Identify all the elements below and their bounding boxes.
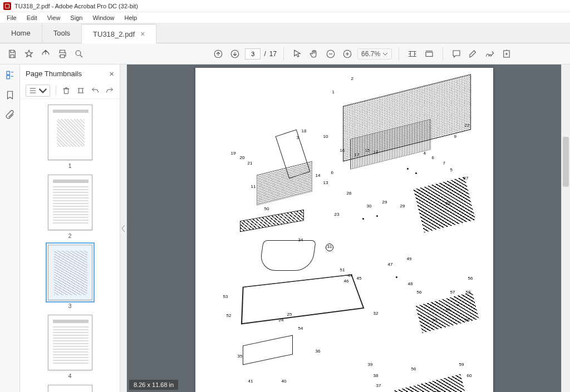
page-up-button[interactable] xyxy=(212,47,225,61)
highlight-button[interactable] xyxy=(466,47,480,61)
thumbnails-list[interactable]: 1 2 3 4 xyxy=(20,99,120,392)
star-button[interactable] xyxy=(22,47,36,61)
app-icon xyxy=(3,2,11,10)
thumbnails-panel-icon[interactable] xyxy=(5,70,15,80)
tab-home[interactable]: Home xyxy=(0,23,42,43)
svg-rect-7 xyxy=(7,71,9,75)
thumbnails-title: Page Thumbnails xyxy=(26,70,82,78)
thumbnail-label: 2 xyxy=(68,232,71,239)
thumbnail-2[interactable]: 2 xyxy=(48,175,92,239)
fit-page-button[interactable] xyxy=(422,47,436,61)
menu-window[interactable]: Window xyxy=(88,13,119,22)
zoom-in-button[interactable] xyxy=(341,47,354,61)
thumbnails-header: Page Thumbnails × xyxy=(20,64,120,82)
menu-help[interactable]: Help xyxy=(120,13,142,22)
tab-document[interactable]: TU318_2.pdf × xyxy=(82,24,156,43)
save-button[interactable] xyxy=(6,47,19,61)
svg-rect-5 xyxy=(426,52,433,57)
rotate-pages-icon[interactable] xyxy=(76,86,85,95)
tab-home-label: Home xyxy=(11,29,31,37)
page-number-input[interactable] xyxy=(245,48,261,59)
toolbar: / 17 66.7% xyxy=(0,43,570,64)
chevron-down-icon xyxy=(382,51,388,57)
zoom-level-dropdown[interactable]: 66.7% xyxy=(357,48,392,59)
attachments-panel-icon[interactable] xyxy=(5,110,15,120)
title-bar: TU318_2.pdf - Adobe Acrobat Pro DC (32-b… xyxy=(0,0,570,12)
tab-tools[interactable]: Tools xyxy=(42,23,82,43)
menu-view[interactable]: View xyxy=(43,13,65,22)
thumbnail-4[interactable]: 4 xyxy=(48,315,92,379)
thumb-options-button[interactable] xyxy=(26,85,50,97)
menu-sign[interactable]: Sign xyxy=(66,13,87,22)
search-button[interactable] xyxy=(72,47,86,61)
menu-bar: File Edit View Sign Window Help xyxy=(0,12,570,23)
sign-button[interactable] xyxy=(483,47,497,61)
page-dimensions-label: 8.26 x 11.68 in xyxy=(129,380,178,390)
zoom-level-label: 66.7% xyxy=(361,50,380,58)
thumbnail-3[interactable]: 3 xyxy=(48,245,92,309)
chevron-left-icon xyxy=(121,225,126,232)
thumbnail-label: 3 xyxy=(68,302,71,309)
zoom-out-button[interactable] xyxy=(324,47,337,61)
thumbnail-label: 1 xyxy=(68,162,71,169)
thumbnail-5[interactable] xyxy=(48,385,92,392)
svg-rect-8 xyxy=(7,76,9,79)
close-panel-icon[interactable]: × xyxy=(109,69,114,78)
fit-width-button[interactable] xyxy=(406,47,419,61)
collapse-handle[interactable] xyxy=(120,64,127,392)
tab-tools-label: Tools xyxy=(53,29,70,37)
undo-icon[interactable] xyxy=(91,86,100,95)
comment-button[interactable] xyxy=(450,47,463,61)
document-viewer[interactable]: 2 1 9 22 18 3 10 16 17 15 12 4 6 7 5 xyxy=(127,64,561,392)
redo-icon[interactable] xyxy=(105,86,114,95)
svg-point-0 xyxy=(76,51,81,56)
hand-tool[interactable] xyxy=(307,47,321,61)
share-button[interactable] xyxy=(39,47,52,61)
thumbnails-panel: Page Thumbnails × 1 2 3 xyxy=(20,64,120,392)
bookmark-panel-icon[interactable] xyxy=(5,90,15,100)
content-area: Page Thumbnails × 1 2 3 xyxy=(0,64,570,392)
page-nav: / 17 xyxy=(245,48,277,59)
tab-document-label: TU318_2.pdf xyxy=(93,30,135,38)
more-tools-button[interactable] xyxy=(500,47,513,61)
thumbnail-1[interactable]: 1 xyxy=(48,105,92,169)
exploded-diagram: 2 1 9 22 18 3 10 16 17 15 12 4 6 7 5 xyxy=(212,79,489,392)
select-tool[interactable] xyxy=(291,47,304,61)
document-page: 2 1 9 22 18 3 10 16 17 15 12 4 6 7 5 xyxy=(195,68,493,392)
print-button[interactable] xyxy=(56,47,69,61)
vertical-scrollbar[interactable] xyxy=(561,64,570,392)
page-total: 17 xyxy=(269,50,277,58)
thumbnail-label: 4 xyxy=(68,373,71,379)
page-down-button[interactable] xyxy=(228,47,242,61)
tab-bar: Home Tools TU318_2.pdf × xyxy=(0,23,570,43)
close-icon[interactable]: × xyxy=(140,29,145,38)
page-sep: / xyxy=(264,50,266,58)
delete-icon[interactable] xyxy=(62,86,71,95)
scrollbar-thumb[interactable] xyxy=(563,137,569,187)
window-title: TU318_2.pdf - Adobe Acrobat Pro DC (32-b… xyxy=(14,3,138,9)
left-rail xyxy=(0,64,20,392)
menu-file[interactable]: File xyxy=(2,13,21,22)
menu-edit[interactable]: Edit xyxy=(22,13,42,22)
thumbnails-tools xyxy=(20,82,120,99)
